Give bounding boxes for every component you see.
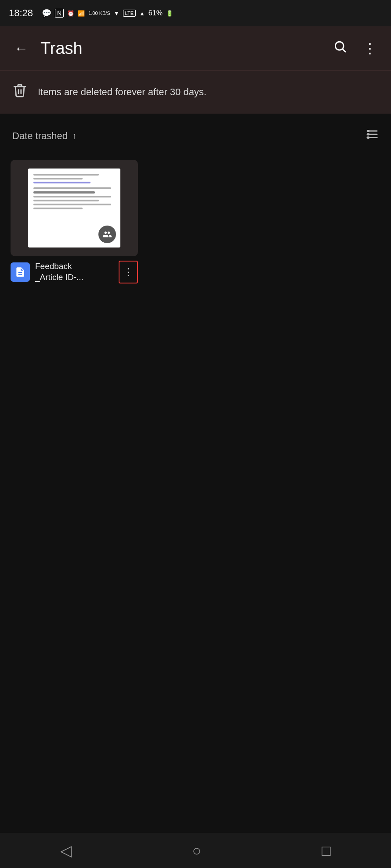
page-title: Trash: [40, 39, 321, 58]
trash-icon: [12, 83, 27, 101]
file-more-button[interactable]: ⋮: [119, 261, 138, 283]
svg-rect-7: [367, 136, 369, 139]
list-item: Feedback_Article ID-... ⋮: [11, 160, 138, 283]
n-icon: N: [55, 9, 64, 18]
nav-home-button[interactable]: ○: [188, 838, 206, 864]
doc-line: [33, 182, 91, 183]
file-grid: Feedback_Article ID-... ⋮: [0, 153, 391, 291]
sort-bar: Date trashed ↑: [0, 114, 391, 153]
doc-line: [33, 208, 83, 209]
nav-recents-button[interactable]: □: [317, 838, 335, 864]
doc-line: [33, 204, 111, 205]
doc-line: [33, 187, 111, 189]
view-toggle-button[interactable]: [366, 128, 379, 144]
back-button[interactable]: ←: [11, 37, 32, 60]
doc-line: [33, 196, 111, 197]
doc-line: [33, 191, 95, 194]
header-bar: ← Trash ⋮: [0, 26, 391, 70]
status-icons: 💬 N ⏰ 📶 1.00 KB/S ▼ LTE ▲ 61% 🔋: [42, 8, 382, 18]
file-name: Feedback_Article ID-...: [35, 261, 113, 283]
bluetooth-icon: 📶: [78, 10, 85, 17]
file-info-row: Feedback_Article ID-... ⋮: [11, 261, 138, 283]
status-time: 18:28: [9, 7, 33, 19]
network-speed: 1.00 KB/S: [88, 11, 110, 16]
nav-back-button[interactable]: ◁: [56, 837, 76, 864]
wifi-icon: ▼: [114, 10, 119, 17]
info-bar: Items are deleted forever after 30 days.: [0, 70, 391, 114]
sort-arrow-icon: ↑: [72, 131, 76, 141]
svg-line-1: [343, 49, 345, 52]
battery-pct: 61%: [148, 9, 163, 17]
doc-preview: [28, 169, 120, 247]
lte-icon: LTE: [123, 10, 136, 17]
doc-line: [33, 178, 83, 179]
info-message: Items are deleted forever after 30 days.: [38, 86, 206, 98]
doc-line: [33, 200, 99, 201]
shared-icon: [98, 226, 116, 243]
doc-line: [33, 174, 99, 176]
signal-icon: ▲: [139, 10, 145, 17]
more-options-button[interactable]: ⋮: [359, 36, 380, 60]
nav-bar: ◁ ○ □: [0, 833, 391, 868]
svg-rect-5: [367, 130, 369, 132]
teams-icon: 💬: [42, 8, 51, 18]
search-button[interactable]: [329, 36, 351, 61]
status-bar: 18:28 💬 N ⏰ 📶 1.00 KB/S ▼ LTE ▲ 61% 🔋: [0, 0, 391, 26]
file-type-icon: [11, 262, 30, 282]
alarm-icon: ⏰: [67, 10, 74, 17]
svg-rect-6: [367, 133, 369, 136]
battery-icon: 🔋: [166, 10, 173, 17]
file-thumbnail[interactable]: [11, 160, 138, 256]
sort-button[interactable]: Date trashed ↑: [12, 130, 76, 142]
sort-label-text: Date trashed: [12, 130, 68, 142]
